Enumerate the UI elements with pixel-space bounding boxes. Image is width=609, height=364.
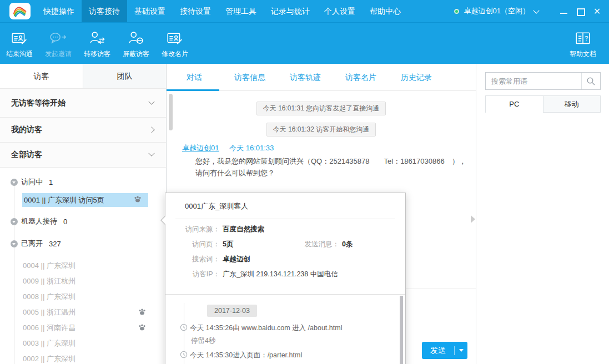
list-item-visitor-0009[interactable]: 0009 || 浙江杭州 <box>0 274 166 289</box>
tab-team[interactable]: 团队 <box>83 64 166 89</box>
chevron-down-icon <box>533 7 539 13</box>
list-item-visitor-0006[interactable]: 0006 || 河南许昌 <box>0 320 166 336</box>
visitor-trail-section: 2017-12-03 今天 14:35:26由 www.baidu.com 进入… <box>165 294 405 364</box>
list-item-visitor-0004[interactable]: 0004 || 广东深圳 <box>0 258 166 274</box>
system-message: 今天 16:01:32 访客开始和您沟通 <box>266 123 376 136</box>
group-count: 0 <box>63 218 67 226</box>
message-sender-row: 卓越迈创01 今天 16:01:33 <box>182 143 476 153</box>
trail-event: 今天 14:35:30进入页面：/parter.html <box>165 351 405 360</box>
agent-status-dropdown[interactable]: 卓越迈创01（空闲） <box>454 6 538 16</box>
tab-visitors[interactable]: 访客 <box>0 64 83 89</box>
pages-visited-value: 5页 <box>223 240 233 249</box>
visit-source-value: 百度自然搜索 <box>223 225 264 234</box>
tab-conversation[interactable]: 对话 <box>167 64 222 90</box>
app-logo-icon <box>9 3 31 19</box>
online-status-icon <box>454 9 459 14</box>
group-count: 1 <box>49 178 53 186</box>
chat-tabs: 对话 访客信息 访客轨迹 访客名片 历史记录 <box>167 64 476 91</box>
paw-icon <box>138 324 146 332</box>
tab-history[interactable]: 历史记录 <box>389 64 444 90</box>
tree-expand-icon <box>11 240 18 247</box>
trail-date-badge: 2017-12-03 <box>207 305 257 317</box>
sidebar-tabs: 访客 团队 <box>0 64 166 89</box>
messages-sent-value: 0条 <box>342 240 353 249</box>
end-chat-icon <box>0 28 39 47</box>
menubar: 快捷操作 访客接待 基础设置 接待设置 管理工具 记录与统计 个人设置 帮助中心… <box>0 0 609 22</box>
edit-card-icon <box>155 28 194 47</box>
menu-item-basic-settings[interactable]: 基础设置 <box>127 0 173 22</box>
menu-item-visitor-reception[interactable]: 访客接待 <box>82 0 127 22</box>
menu-item-quick-actions[interactable]: 快捷操作 <box>36 0 82 22</box>
send-invite-button[interactable]: 发起邀请 <box>39 28 78 59</box>
transfer-visitor-button[interactable]: 转移访客 <box>78 28 117 59</box>
visitor-tree: 访问中 1 0001 || 广东深圳 访问5页 机器人接待 0 <box>0 168 166 364</box>
main-menu: 快捷操作 访客接待 基础设置 接待设置 管理工具 记录与统计 个人设置 帮助中心 <box>36 0 408 22</box>
app-window: 快捷操作 访客接待 基础设置 接待设置 管理工具 记录与统计 个人设置 帮助中心… <box>0 0 609 364</box>
list-item-visitor-0008[interactable]: 0008 || 广东深圳 <box>0 289 166 305</box>
send-invite-icon <box>39 28 78 47</box>
trail-scrollbar[interactable] <box>400 296 403 364</box>
tree-expand-icon <box>11 179 18 186</box>
send-options-caret[interactable] <box>455 349 467 352</box>
trail-event: 今天 14:35:26由 www.baidu.com 进入 /about.htm… <box>165 323 405 333</box>
section-no-waiting[interactable]: 无访客等待开始 <box>0 88 166 118</box>
svg-text:?: ? <box>585 34 588 42</box>
menu-item-admin-tools[interactable]: 管理工具 <box>218 0 264 22</box>
maximize-button[interactable] <box>576 8 585 15</box>
tab-mobile-phrases[interactable]: 移动 <box>543 96 601 113</box>
section-my-visitors[interactable]: 我的访客 <box>0 117 166 143</box>
menu-item-reception-settings[interactable]: 接待设置 <box>173 0 218 22</box>
system-message: 今天 16:01:31 您向访客发起了直接沟通 <box>256 102 386 115</box>
search-button[interactable] <box>581 73 600 89</box>
menu-item-personal-settings[interactable]: 个人设置 <box>317 0 363 22</box>
message-text: 您好，我是您的网站策划顾问洪兴（QQ：2521435878 Tel：186170… <box>195 156 469 179</box>
list-item-visitor-0002[interactable]: 0002 || 广东深圳 <box>0 351 166 364</box>
search-keyword-value: 卓越迈创 <box>223 255 250 264</box>
window-controls: ✕ <box>560 8 601 15</box>
tab-visitor-info[interactable]: 访客信息 <box>222 64 278 90</box>
sender-name-link[interactable]: 卓越迈创01 <box>182 144 219 152</box>
chevron-down-icon <box>148 150 154 156</box>
paw-icon <box>134 196 142 204</box>
group-count: 327 <box>49 240 61 248</box>
list-item-visitor-0005[interactable]: 0005 || 浙江温州 <box>0 305 166 320</box>
clock-icon <box>180 351 188 360</box>
content-area: 访客 团队 无访客等待开始 我的访客 全部访客 访问中 1 <box>0 64 609 364</box>
chevron-down-icon <box>148 98 154 104</box>
menu-item-records-stats[interactable]: 记录与统计 <box>264 0 317 22</box>
toolbar: 结束沟通 发起邀请 <box>0 22 609 64</box>
field-label: 发送消息： <box>295 240 339 249</box>
group-robot[interactable]: 机器人接待 0 <box>0 210 166 232</box>
quick-phrases-panel: PC 移动 <box>476 64 609 364</box>
chevron-right-icon <box>148 127 154 133</box>
chat-scrollbar[interactable] <box>169 94 173 130</box>
menu-item-help-center[interactable]: 帮助中心 <box>363 0 408 22</box>
phrase-search-input[interactable] <box>486 73 581 89</box>
block-visitor-button[interactable]: 屏蔽访客 <box>117 28 155 59</box>
close-button[interactable]: ✕ <box>593 8 601 15</box>
group-left[interactable]: 已离开 327 <box>0 232 166 255</box>
tab-visitor-card[interactable]: 访客名片 <box>333 64 389 90</box>
edit-card-button[interactable]: 修改名片 <box>155 28 194 59</box>
tab-pc-phrases[interactable]: PC <box>486 96 543 113</box>
minimize-button[interactable] <box>560 8 568 15</box>
help-doc-button[interactable]: ? 帮助文档 <box>563 28 602 59</box>
agent-status-label: 卓越迈创01（空闲） <box>464 6 530 16</box>
tree-expand-icon <box>11 218 18 225</box>
paw-icon <box>138 309 146 317</box>
phrase-search-box <box>485 72 601 90</box>
section-all-visitors[interactable]: 全部访客 <box>0 142 166 168</box>
popup-info-section: 0001广东_深圳客人 访问来源： 百度自然搜索 访问页： 5页 发送消息： 0… <box>165 193 405 294</box>
field-label: 访客IP： <box>175 270 220 279</box>
list-item-visitor-0001[interactable]: 0001 || 广东深圳 访问5页 <box>22 193 148 207</box>
send-button[interactable]: 发送 <box>422 342 467 359</box>
visitor-sidebar: 访客 团队 无访客等待开始 我的访客 全部访客 访问中 1 <box>0 64 167 364</box>
field-label: 搜索词： <box>175 255 220 264</box>
group-visiting[interactable]: 访问中 1 <box>0 171 166 193</box>
clock-icon <box>180 323 188 333</box>
end-chat-button[interactable]: 结束沟通 <box>0 28 39 59</box>
panel-collapse-handle[interactable] <box>471 215 475 223</box>
tab-visitor-trail[interactable]: 访客轨迹 <box>278 64 333 90</box>
block-visitor-icon <box>117 28 155 47</box>
list-item-visitor-0003[interactable]: 0003 || 广东深圳 <box>0 336 166 351</box>
